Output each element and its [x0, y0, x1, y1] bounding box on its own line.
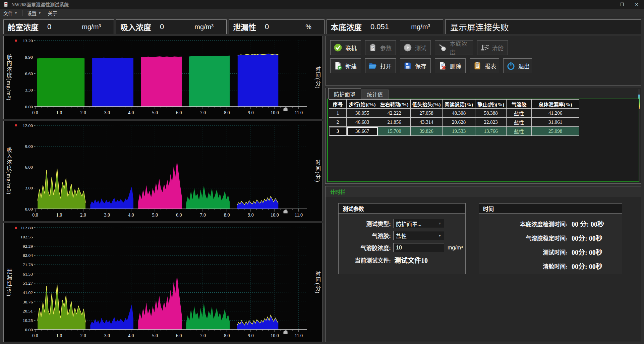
status-box-cabin-concentration: 舱室浓度0mg/m³ [3, 19, 114, 34]
table-cell[interactable]: 3 [329, 127, 347, 136]
menu-bar: 文件▼设置▼关于 [0, 9, 644, 17]
table-cell[interactable]: 盐性 [507, 118, 532, 127]
table-header-cell: 左右转动(%) [378, 100, 411, 109]
status-unit-baseline-concentration: mg/m³ [411, 23, 430, 31]
table-cell[interactable]: 31.061 [532, 118, 579, 127]
svg-text:3.00: 3.00 [25, 185, 33, 190]
timer-section: 计时栏 测试参数 测试类型:防护面罩...▼气溶胶:盐性▼气溶胶浓度:mg/m³… [325, 186, 641, 342]
table-cell[interactable]: 41.206 [532, 109, 579, 118]
table-cell[interactable]: 42.222 [378, 109, 411, 118]
table-cell[interactable]: 36.667 [347, 127, 378, 136]
svg-text:0.0: 0.0 [32, 333, 38, 338]
menu-item-settings[interactable]: 设置▼ [24, 9, 45, 17]
report-clipboard-icon [473, 61, 482, 70]
purge-time-value: 00分: 00秒 [572, 261, 602, 271]
svg-text:11.0: 11.0 [295, 333, 303, 338]
ladle-icon [438, 43, 447, 52]
aerosol-select[interactable]: 盐性▼ [393, 231, 444, 240]
svg-text:7.0: 7.0 [200, 213, 206, 218]
open-button[interactable]: 打开 [365, 58, 396, 73]
status-unit-inhale-concentration: mg/m³ [194, 23, 214, 31]
svg-text:?: ? [372, 46, 374, 50]
power-icon [507, 61, 515, 70]
tab-panel-mask: 序号步行(始)(%)左右转动(%)低头抬头(%)阅读说话(%)静止(终)(%)气… [327, 99, 639, 182]
status-label-inhale-concentration: 吸入浓度 [120, 21, 151, 33]
baseline-detect-time-label: 本底浓度检测时间: [481, 220, 568, 228]
table-cell[interactable]: 盐性 [507, 109, 532, 118]
table-cell[interactable]: 15.700 [378, 127, 411, 136]
table-cell[interactable]: 1 [329, 109, 347, 118]
results-table: 序号步行(始)(%)左右转动(%)低头抬头(%)阅读说话(%)静止(终)(%)气… [329, 99, 579, 136]
table-cell[interactable]: 48.308 [443, 109, 475, 118]
chart-svg-leakage: 0.01.02.03.04.05.06.07.08.09.010.011.00.… [14, 223, 312, 342]
table-cell[interactable]: 13.766 [475, 127, 507, 136]
chart-inhale-x-axis-title: 时间(分) [312, 121, 323, 221]
connect-button[interactable]: 联机 [330, 40, 361, 55]
chart-cabin-plot-area: 0.01.02.03.04.05.06.07.08.09.010.011.00.… [14, 36, 312, 119]
results-table-header: 序号步行(始)(%)左右转动(%)低头抬头(%)阅读说话(%)静止(终)(%)气… [329, 100, 579, 109]
new-button[interactable]: 新建 [330, 58, 361, 73]
table-cell[interactable]: 20.628 [443, 118, 475, 127]
minimize-button[interactable]: — [600, 0, 614, 9]
svg-text:92.29: 92.29 [23, 244, 33, 249]
results-area: 防护面罩统计值 序号步行(始)(%)左右转动(%)低头抬头(%)阅读说话(%)静… [325, 88, 641, 184]
status-label-cabin-concentration: 舱室浓度 [8, 21, 39, 33]
svg-text:82.04: 82.04 [23, 253, 33, 258]
play-circle-icon [403, 43, 412, 52]
status-box-baseline-concentration: 本底浓度0.051mg/m³ [327, 19, 443, 34]
tab-stats[interactable]: 统计值 [361, 90, 389, 99]
save-button[interactable]: 保存 [400, 58, 431, 73]
svg-text:12.00: 12.00 [23, 123, 33, 128]
table-cell[interactable]: 25.098 [532, 127, 579, 136]
status-unit-cabin-concentration: mg/m³ [82, 23, 101, 31]
status-box-inhale-concentration: 吸入浓度0mg/m³ [116, 19, 227, 34]
chart-cabin-concentration: 舱内浓度(mg/m³) 0.01.02.03.04.05.06.07.08.09… [3, 36, 323, 119]
svg-text:41.02: 41.02 [23, 290, 33, 295]
menu-item-label: 设置 [27, 10, 37, 16]
svg-text:61.53: 61.53 [23, 272, 33, 277]
svg-text:1.0: 1.0 [56, 333, 62, 338]
svg-text:5.0: 5.0 [152, 213, 158, 218]
svg-text:0.00: 0.00 [25, 104, 33, 109]
table-cell[interactable]: 21.856 [378, 118, 411, 127]
table-cell[interactable]: 58.388 [475, 109, 507, 118]
exit-button-label: 退出 [518, 62, 530, 70]
table-header-cell: 步行(始)(%) [347, 100, 378, 109]
table-cell[interactable]: 30.055 [347, 109, 378, 118]
delete-button[interactable]: 删除 [435, 58, 466, 73]
test-time-value: 00分: 00秒 [572, 247, 602, 257]
menu-item-file[interactable]: 文件▼ [0, 9, 21, 17]
table-cell[interactable]: 43.314 [411, 118, 443, 127]
aerosol-concentration-input[interactable] [393, 243, 444, 252]
table-cell[interactable]: 27.058 [411, 109, 443, 118]
test-type-select: 防护面罩...▼ [393, 219, 444, 228]
tab-mask[interactable]: 防护面罩 [328, 88, 361, 99]
chart-svg-inhale-concentration: 0.01.02.03.04.05.06.07.08.09.010.011.00.… [14, 121, 312, 221]
table-cell[interactable]: 22.823 [475, 118, 507, 127]
purge-fan-icon [480, 43, 489, 52]
table-cell[interactable]: 46.683 [347, 118, 378, 127]
close-button[interactable]: ✕ [629, 0, 644, 9]
svg-text:2.0: 2.0 [80, 110, 86, 115]
table-header-cell: 气溶胶 [507, 100, 532, 109]
test-type-label: 测试类型: [341, 219, 391, 228]
menu-item-about[interactable]: 关于 [45, 9, 61, 17]
save-button-label: 保存 [415, 62, 426, 70]
table-cell[interactable]: 盐性 [507, 127, 532, 136]
svg-text:10.25: 10.25 [23, 318, 33, 323]
table-header-cell: 总体泄漏率(%) [532, 100, 579, 109]
maximize-button[interactable]: ❐ [614, 0, 629, 9]
svg-text:6.0: 6.0 [176, 213, 182, 218]
svg-text:8.0: 8.0 [224, 333, 230, 338]
connect-button-label: 联机 [345, 44, 357, 52]
svg-text:5.0: 5.0 [152, 110, 158, 115]
table-cell[interactable]: 39.826 [411, 127, 443, 136]
exit-button[interactable]: 退出 [503, 58, 532, 73]
current-file-label: 当前测试文件: [341, 256, 391, 264]
svg-text:20.51: 20.51 [23, 308, 33, 313]
test-button-label: 测试 [415, 44, 426, 52]
chart-inhale-plot-area: 0.01.02.03.04.05.06.07.08.09.010.011.00.… [14, 121, 312, 221]
table-cell[interactable]: 2 [329, 118, 347, 127]
table-cell[interactable]: 19.533 [443, 127, 475, 136]
report-button[interactable]: 报表 [470, 58, 499, 73]
